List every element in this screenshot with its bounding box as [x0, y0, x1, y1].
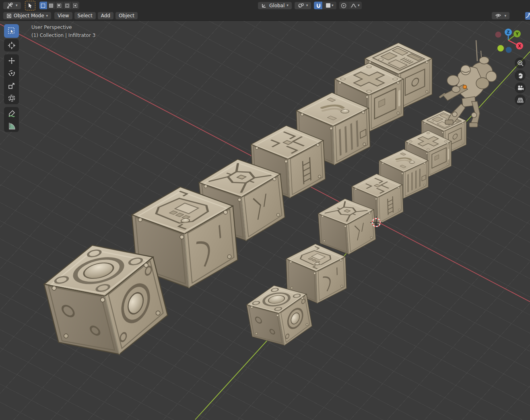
- annotate-icon: [8, 109, 16, 117]
- tool-settings-icon: [6, 2, 14, 9]
- nav-camera-button[interactable]: [515, 82, 526, 93]
- pan-hand-icon: [517, 72, 524, 79]
- tool-measure[interactable]: [4, 119, 19, 132]
- axis-ball-neg-x[interactable]: [495, 32, 501, 38]
- viewport-scene[interactable]: Z Y X: [0, 0, 530, 420]
- chevron-down-icon: ▾: [332, 4, 334, 7]
- svg-text:Y: Y: [515, 32, 519, 36]
- menu-object[interactable]: Object: [115, 12, 138, 19]
- tool-select-box[interactable]: [4, 24, 19, 38]
- mode-dropdown[interactable]: Object Mode ▾: [3, 12, 51, 19]
- scale-icon: [8, 82, 16, 90]
- chevron-down-icon: ▾: [46, 14, 48, 18]
- measure-icon: [8, 122, 16, 130]
- view-perspective-label: User Perspective: [31, 25, 72, 30]
- camera-view-icon: [517, 84, 524, 92]
- tool-transform[interactable]: [4, 92, 19, 104]
- active-tool-button[interactable]: [25, 1, 35, 10]
- tool-annotate[interactable]: [4, 107, 19, 119]
- axis-ball-y[interactable]: Y: [514, 30, 521, 37]
- snap-element-icon: [326, 3, 330, 8]
- gizmo-icon: [525, 13, 530, 19]
- orthographic-grid-icon: [517, 97, 524, 104]
- tool-scale[interactable]: [4, 79, 19, 92]
- snap-target-dropdown[interactable]: ▾: [295, 2, 311, 9]
- falloff-curve-icon: [351, 3, 357, 8]
- select-mode-set[interactable]: [39, 2, 47, 9]
- cursor-icon: [8, 41, 16, 49]
- tool-cursor[interactable]: [4, 39, 19, 51]
- snap-toggle[interactable]: [314, 2, 323, 9]
- snap-element-dropdown[interactable]: ▾: [323, 2, 336, 9]
- axis-ball-neg-y[interactable]: [497, 45, 504, 51]
- proportional-editing-toggle[interactable]: [339, 2, 348, 9]
- select-mode-subtract[interactable]: [56, 2, 64, 9]
- rotate-icon: [8, 69, 16, 77]
- proportional-falloff-dropdown[interactable]: ▾: [348, 2, 362, 9]
- object-visibility-dropdown[interactable]: ▾: [492, 12, 509, 19]
- menu-select[interactable]: Select: [74, 12, 96, 19]
- proportional-group: ▾: [339, 2, 362, 9]
- transform-icon: [8, 94, 16, 102]
- chevron-down-icon: ▾: [358, 4, 360, 7]
- axis-gizmo[interactable]: Z Y X: [495, 29, 524, 53]
- select-mode-intersect[interactable]: [72, 2, 79, 9]
- viewport-header: Object Mode ▾ View Select Add Object ▾: [0, 11, 530, 21]
- tool-shelf: [4, 24, 19, 132]
- transform-orientation-dropdown[interactable]: Global ▾: [258, 2, 292, 9]
- axis-ball-x[interactable]: X: [516, 42, 523, 49]
- nav-pan-button[interactable]: [515, 70, 526, 81]
- context-label: (1) Collection | Infiltrator 3: [31, 33, 95, 38]
- gizmos-toggle-partial[interactable]: [525, 12, 530, 20]
- select-box-icon: [8, 27, 16, 35]
- snap-group: ▾: [314, 2, 336, 9]
- proportional-editing-icon: [341, 3, 346, 8]
- axis-ball-z[interactable]: Z: [505, 29, 512, 36]
- menu-add[interactable]: Add: [98, 12, 113, 19]
- axis-ball-neg-z[interactable]: [506, 47, 512, 53]
- select-mode-invert[interactable]: [64, 2, 72, 9]
- snap-target-icon: [298, 3, 304, 8]
- select-mode-group: [39, 2, 79, 9]
- move-icon: [8, 57, 16, 65]
- orientation-label: Global: [269, 3, 285, 8]
- chevron-down-icon: ▾: [16, 4, 18, 7]
- tool-rotate[interactable]: [4, 67, 19, 79]
- chevron-down-icon: ▾: [504, 14, 506, 18]
- zoom-icon: [517, 60, 524, 67]
- magnet-icon: [316, 3, 321, 8]
- nav-zoom-button[interactable]: [515, 58, 526, 68]
- svg-text:X: X: [518, 44, 521, 48]
- nav-ortho-button[interactable]: [515, 95, 526, 105]
- blender-window: Z Y X User Perspective (1) Collection | …: [0, 0, 530, 420]
- tool-settings-bar: ▾: [0, 0, 530, 11]
- tool-move[interactable]: [4, 54, 19, 67]
- object-mode-icon: [6, 13, 12, 19]
- tool-selector-dropdown[interactable]: ▾: [3, 2, 21, 9]
- orientation-axes-icon: [261, 3, 267, 8]
- eye-icon: [495, 13, 502, 19]
- select-box-tool-icon: [27, 3, 33, 8]
- select-mode-extend[interactable]: [47, 2, 56, 9]
- menu-view[interactable]: View: [54, 12, 72, 19]
- chevron-down-icon: ▾: [306, 4, 308, 7]
- mode-label: Object Mode: [14, 13, 44, 19]
- svg-text:Z: Z: [507, 30, 509, 35]
- chevron-down-icon: ▾: [287, 4, 289, 7]
